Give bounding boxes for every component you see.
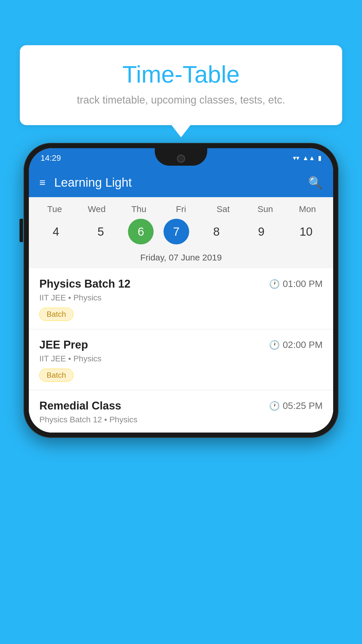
class-time-3: 🕐 05:25 PM <box>269 400 323 411</box>
class-meta-3: Physics Batch 12 • Physics <box>39 415 323 424</box>
battery-icon: ▮ <box>318 154 321 162</box>
hamburger-icon[interactable]: ≡ <box>39 177 45 188</box>
class-meta-1: IIT JEE • Physics <box>39 293 323 302</box>
class-time-2: 🕐 02:00 PM <box>269 340 323 350</box>
bubble-subtitle: track timetable, upcoming classes, tests… <box>37 93 325 107</box>
speech-bubble-container: Time-Table track timetable, upcoming cla… <box>20 45 342 125</box>
signal-icon: ▲▲ <box>302 154 315 162</box>
day-4[interactable]: 4 <box>38 219 73 244</box>
status-bar: 14:29 ▾▾ ▲▲ ▮ <box>29 148 333 168</box>
clock-icon-2: 🕐 <box>269 340 280 350</box>
time-value-1: 01:00 PM <box>283 279 323 289</box>
status-time: 14:29 <box>41 153 61 163</box>
search-icon[interactable]: 🔍 <box>308 176 323 190</box>
notch <box>155 148 207 166</box>
day-numbers: 4 5 6 7 8 9 10 <box>29 219 333 244</box>
phone-frame: 14:29 ▾▾ ▲▲ ▮ ≡ Learning Light 🔍 <box>24 143 338 438</box>
speech-bubble: Time-Table track timetable, upcoming cla… <box>20 45 342 125</box>
class-name-3: Remedial Class <box>39 400 121 412</box>
day-header-mon: Mon <box>290 204 325 214</box>
class-name-2: JEE Prep <box>39 339 88 351</box>
class-name-1: Physics Batch 12 <box>39 278 131 290</box>
clock-icon-1: 🕐 <box>269 279 280 289</box>
day-9[interactable]: 9 <box>244 219 279 244</box>
app-title: Learning Light <box>54 176 308 190</box>
selected-date: Friday, 07 June 2019 <box>29 249 333 268</box>
status-icons: ▾▾ ▲▲ ▮ <box>293 154 321 162</box>
day-7-selected[interactable]: 7 <box>164 219 189 244</box>
class-item-1-header: Physics Batch 12 🕐 01:00 PM <box>39 278 323 290</box>
class-item-2[interactable]: JEE Prep 🕐 02:00 PM IIT JEE • Physics Ba… <box>29 329 333 390</box>
class-item-3[interactable]: Remedial Class 🕐 05:25 PM Physics Batch … <box>29 390 333 433</box>
day-headers: Tue Wed Thu Fri Sat Sun Mon <box>29 204 333 214</box>
app-toolbar: ≡ Learning Light 🔍 <box>29 168 333 197</box>
day-10[interactable]: 10 <box>289 219 324 244</box>
bubble-title: Time-Table <box>37 61 325 88</box>
day-6-today[interactable]: 6 <box>128 219 154 244</box>
day-5[interactable]: 5 <box>83 219 118 244</box>
phone-container: 14:29 ▾▾ ▲▲ ▮ ≡ Learning Light 🔍 <box>24 143 338 438</box>
day-header-tue: Tue <box>37 204 72 214</box>
time-value-3: 05:25 PM <box>283 400 323 411</box>
day-header-wed: Wed <box>79 204 114 214</box>
day-header-fri: Fri <box>164 204 198 214</box>
clock-icon-3: 🕐 <box>269 401 280 411</box>
batch-badge-1: Batch <box>39 308 73 321</box>
calendar-section: Tue Wed Thu Fri Sat Sun Mon 4 5 6 7 8 9 … <box>29 197 333 268</box>
class-list: Physics Batch 12 🕐 01:00 PM IIT JEE • Ph… <box>29 268 333 433</box>
day-header-thu: Thu <box>121 204 156 214</box>
class-item-2-header: JEE Prep 🕐 02:00 PM <box>39 339 323 351</box>
camera <box>177 155 185 163</box>
day-8[interactable]: 8 <box>199 219 234 244</box>
day-header-sat: Sat <box>206 204 241 214</box>
day-header-sun: Sun <box>248 204 283 214</box>
class-meta-2: IIT JEE • Physics <box>39 354 323 363</box>
time-value-2: 02:00 PM <box>283 340 323 350</box>
phone-screen: 14:29 ▾▾ ▲▲ ▮ ≡ Learning Light 🔍 <box>29 148 333 433</box>
class-time-1: 🕐 01:00 PM <box>269 279 323 289</box>
wifi-icon: ▾▾ <box>293 154 299 162</box>
class-item-3-header: Remedial Class 🕐 05:25 PM <box>39 400 323 412</box>
batch-badge-2: Batch <box>39 369 73 382</box>
class-item-1[interactable]: Physics Batch 12 🕐 01:00 PM IIT JEE • Ph… <box>29 268 333 329</box>
